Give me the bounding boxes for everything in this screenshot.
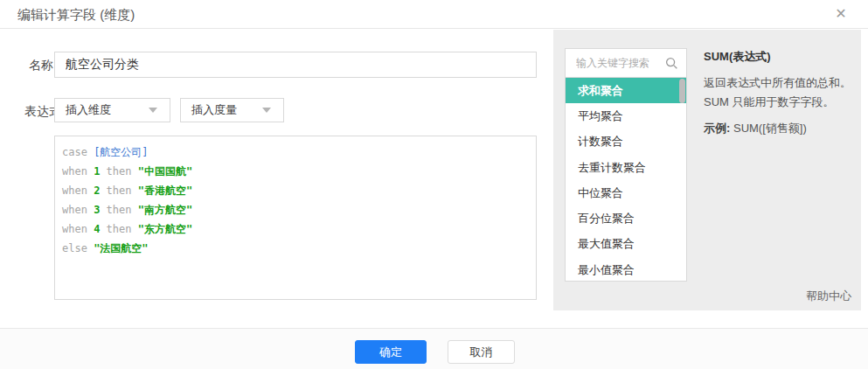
- name-input[interactable]: [54, 52, 537, 78]
- code-line: when 1 then "中国国航": [62, 162, 529, 181]
- function-description: SUM(表达式) 返回表达式中所有值的总和。SUM 只能用于数字字段。 示例: …: [704, 49, 852, 137]
- code-line: when 2 then "香港航空": [62, 181, 529, 200]
- aggregation-list: 求和聚合平均聚合计数聚合去重计数聚合中位聚合百分位聚合最大值聚合最小值聚合: [566, 78, 686, 281]
- code-token: when: [62, 223, 87, 235]
- aggregation-box: 求和聚合平均聚合计数聚合去重计数聚合中位聚合百分位聚合最大值聚合最小值聚合: [565, 48, 687, 282]
- edit-calculated-field-dialog: 编辑计算字段 (维度) ✕ 名称 表达式 插入维度 插入度量 case [航空公…: [0, 0, 868, 369]
- code-token: when: [62, 165, 87, 178]
- aggregation-item[interactable]: 最小值聚合: [566, 257, 686, 281]
- search-row: [566, 49, 686, 78]
- chevron-down-icon: [149, 108, 157, 113]
- insert-dimension-dropdown[interactable]: 插入维度: [54, 98, 170, 122]
- code-line: when 4 then "东方航空": [62, 219, 529, 239]
- code-token: "东方航空": [138, 223, 192, 235]
- code-line: case [航空公司]: [62, 143, 529, 162]
- code-token: then: [107, 184, 132, 197]
- chevron-down-icon: [262, 108, 271, 113]
- code-content: case [航空公司]when 1 then "中国国航"when 2 then…: [62, 143, 529, 258]
- code-token: "南方航空": [138, 204, 192, 216]
- code-line: else "法国航空": [62, 239, 529, 258]
- code-token: else: [62, 242, 87, 254]
- close-icon[interactable]: ✕: [832, 5, 850, 23]
- function-help-panel: 求和聚合平均聚合计数聚合去重计数聚合中位聚合百分位聚合最大值聚合最小值聚合 SU…: [553, 30, 861, 310]
- code-token: [132, 184, 138, 197]
- aggregation-item[interactable]: 最大值聚合: [566, 232, 686, 257]
- code-token: [100, 223, 106, 235]
- ok-button[interactable]: 确定: [355, 340, 427, 364]
- code-token: case: [62, 146, 87, 158]
- expression-editor[interactable]: case [航空公司]when 1 then "中国国航"when 2 then…: [54, 136, 537, 300]
- code-token: when: [62, 204, 87, 216]
- code-token: [132, 165, 138, 178]
- code-token: [航空公司]: [94, 146, 148, 158]
- code-token: then: [107, 223, 132, 235]
- code-token: then: [107, 204, 132, 216]
- aggregation-item[interactable]: 去重计数聚合: [566, 155, 686, 180]
- code-token: "香港航空": [138, 184, 192, 197]
- code-token: [100, 165, 106, 178]
- code-token: "中国国航": [138, 165, 192, 178]
- search-input[interactable]: [576, 57, 663, 69]
- help-center-link[interactable]: 帮助中心: [806, 289, 851, 304]
- function-example: 示例: SUM([销售额]): [704, 120, 852, 137]
- code-token: [100, 184, 106, 197]
- dialog-footer: 确定 取消: [0, 328, 868, 369]
- code-token: [100, 204, 106, 216]
- example-label: 示例:: [704, 122, 730, 135]
- code-token: "法国航空": [94, 242, 148, 254]
- aggregation-item[interactable]: 求和聚合: [566, 78, 686, 103]
- aggregation-item[interactable]: 平均聚合: [566, 103, 686, 129]
- function-body: 返回表达式中所有值的总和。SUM 只能用于数字字段。: [704, 73, 852, 112]
- aggregation-item[interactable]: 计数聚合: [566, 129, 686, 155]
- cancel-button[interactable]: 取消: [448, 340, 515, 364]
- aggregation-item[interactable]: 中位聚合: [566, 180, 686, 205]
- scrollbar-thumb[interactable]: [679, 79, 685, 103]
- code-line: when 3 then "南方航空": [62, 200, 529, 219]
- code-token: when: [62, 184, 87, 197]
- search-icon: [665, 57, 678, 70]
- example-value: SUM([销售额]): [733, 122, 807, 135]
- aggregation-item[interactable]: 百分位聚合: [566, 205, 686, 231]
- code-token: then: [107, 165, 132, 178]
- function-title: SUM(表达式): [704, 49, 852, 65]
- name-label: 名称: [29, 58, 53, 73]
- insert-measure-dropdown[interactable]: 插入度量: [180, 98, 284, 122]
- code-token: [132, 204, 138, 216]
- dialog-title: 编辑计算字段 (维度): [17, 7, 135, 24]
- insert-measure-label: 插入度量: [181, 102, 262, 118]
- code-token: [132, 223, 138, 235]
- dialog-titlebar: 编辑计算字段 (维度) ✕: [0, 0, 868, 29]
- insert-dimension-label: 插入维度: [55, 102, 149, 118]
